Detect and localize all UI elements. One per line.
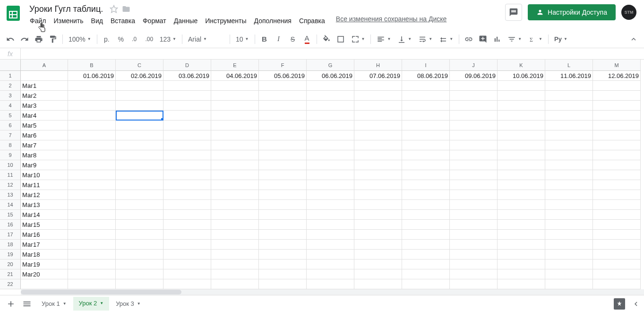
cell[interactable]	[498, 259, 545, 269]
cell[interactable]	[593, 81, 641, 91]
horizontal-align-dropdown[interactable]: ▼	[374, 33, 394, 46]
cell[interactable]	[354, 101, 402, 111]
cell[interactable]	[211, 250, 259, 259]
column-header[interactable]: D	[163, 60, 211, 71]
cell[interactable]	[211, 91, 259, 101]
row-header[interactable]: 9	[0, 150, 21, 160]
cell[interactable]	[450, 81, 498, 91]
cell[interactable]	[354, 250, 402, 259]
cell[interactable]	[307, 91, 354, 101]
percent-button[interactable]: %	[114, 33, 128, 46]
column-header[interactable]: C	[116, 60, 163, 71]
column-header[interactable]: H	[354, 60, 402, 71]
cell[interactable]	[354, 150, 402, 160]
cell[interactable]	[450, 150, 498, 160]
cell[interactable]	[68, 240, 116, 250]
cell[interactable]: Маг8	[21, 150, 68, 160]
cell[interactable]	[450, 220, 498, 230]
cell[interactable]	[211, 121, 259, 130]
cell[interactable]	[450, 140, 498, 150]
cell[interactable]	[116, 130, 163, 140]
cell[interactable]	[545, 111, 593, 121]
cell[interactable]	[68, 279, 116, 289]
vertical-align-dropdown[interactable]: ▼	[395, 33, 414, 46]
cell[interactable]	[259, 101, 307, 111]
cell[interactable]	[593, 259, 641, 269]
cell[interactable]: Маг19	[21, 259, 68, 269]
cell[interactable]	[545, 190, 593, 200]
cell[interactable]	[402, 130, 450, 140]
cell[interactable]	[498, 81, 545, 91]
cell[interactable]	[21, 71, 68, 81]
cell[interactable]	[545, 160, 593, 170]
cell[interactable]	[354, 259, 402, 269]
cell[interactable]	[163, 160, 211, 170]
cell[interactable]	[116, 180, 163, 190]
cell[interactable]	[307, 81, 354, 91]
row-header[interactable]: 22	[0, 279, 21, 289]
cell[interactable]	[354, 180, 402, 190]
font-family-dropdown[interactable]: Arial▼	[185, 33, 227, 46]
cell[interactable]	[593, 250, 641, 259]
user-avatar[interactable]: STM	[621, 5, 636, 20]
cell[interactable]	[116, 250, 163, 259]
row-header[interactable]: 3	[0, 91, 21, 101]
cell[interactable]	[402, 81, 450, 91]
cell[interactable]	[450, 230, 498, 240]
cell[interactable]	[545, 250, 593, 259]
horizontal-scrollbar[interactable]	[21, 289, 644, 295]
cell[interactable]: 02.06.2019	[116, 71, 163, 81]
star-icon[interactable]	[110, 5, 118, 13]
cell[interactable]	[259, 210, 307, 220]
cell[interactable]	[593, 170, 641, 180]
column-header[interactable]: M	[593, 60, 641, 71]
bold-button[interactable]: B	[258, 33, 271, 46]
cell[interactable]	[211, 101, 259, 111]
cell[interactable]	[307, 170, 354, 180]
cell[interactable]	[68, 121, 116, 130]
cell[interactable]	[68, 230, 116, 240]
cell[interactable]	[402, 240, 450, 250]
row-header[interactable]: 14	[0, 200, 21, 210]
cell[interactable]	[545, 210, 593, 220]
more-formats-dropdown[interactable]: 123▼	[157, 33, 179, 46]
cell[interactable]	[354, 160, 402, 170]
cell[interactable]	[307, 200, 354, 210]
cell[interactable]	[68, 91, 116, 101]
cell[interactable]: Маг5	[21, 121, 68, 130]
cell[interactable]	[211, 220, 259, 230]
cell[interactable]	[402, 269, 450, 279]
cell[interactable]: Маг20	[21, 269, 68, 279]
cell[interactable]	[450, 190, 498, 200]
cell[interactable]	[354, 220, 402, 230]
cell[interactable]	[545, 230, 593, 240]
side-panel-toggle[interactable]	[632, 300, 640, 308]
cell[interactable]	[402, 101, 450, 111]
cell[interactable]	[498, 130, 545, 140]
cell[interactable]	[211, 200, 259, 210]
cell[interactable]	[545, 130, 593, 140]
cell[interactable]	[545, 91, 593, 101]
cell[interactable]	[593, 150, 641, 160]
cell[interactable]	[116, 220, 163, 230]
cell[interactable]	[211, 190, 259, 200]
cell[interactable]	[116, 101, 163, 111]
cell[interactable]	[307, 121, 354, 130]
cell[interactable]	[545, 81, 593, 91]
cell[interactable]	[163, 101, 211, 111]
menu-item-0[interactable]: Файл	[26, 15, 49, 26]
cell[interactable]	[163, 91, 211, 101]
merge-cells-dropdown[interactable]: ▼	[348, 33, 368, 46]
cell[interactable]	[354, 200, 402, 210]
cell[interactable]	[116, 200, 163, 210]
cell[interactable]	[116, 259, 163, 269]
cell[interactable]: Маг12	[21, 190, 68, 200]
cell[interactable]	[163, 180, 211, 190]
cell[interactable]	[211, 230, 259, 240]
sheet-tab-2[interactable]: Урок 3▼	[110, 297, 146, 311]
cell[interactable]	[116, 140, 163, 150]
cell[interactable]	[498, 140, 545, 150]
cell[interactable]	[450, 111, 498, 121]
italic-button[interactable]: I	[272, 33, 285, 46]
row-header[interactable]: 20	[0, 259, 21, 269]
